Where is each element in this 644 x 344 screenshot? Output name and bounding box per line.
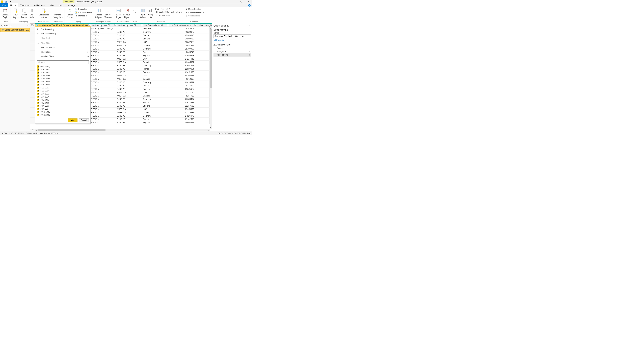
close-window-button[interactable]: ✕: [245, 0, 252, 3]
group-by-button[interactable]: Group By: [147, 8, 155, 18]
minimize-button[interactable]: —: [230, 0, 238, 3]
query-name-input[interactable]: [214, 35, 251, 38]
filter-value-item[interactable]: FEB 2004: [37, 89, 90, 92]
menu-sort-desc[interactable]: Z↓Sort Descending: [36, 32, 90, 36]
data-type-button[interactable]: Data Type: Text▾: [155, 8, 182, 10]
scroll-up-icon[interactable]: ▴: [210, 27, 212, 29]
filter-ok-button[interactable]: OK: [68, 119, 78, 122]
filter-value-item[interactable]: JUN 2003: [37, 104, 90, 107]
filter-dropdown-button[interactable]: ▼: [114, 24, 117, 26]
collapse-icon[interactable]: ◢: [214, 44, 215, 46]
properties-button[interactable]: 📄Properties: [75, 8, 92, 11]
query-list-item[interactable]: Sales and Distribution: O...: [0, 28, 30, 32]
filter-dropdown-button[interactable]: ▼: [194, 24, 197, 26]
filter-values-list[interactable]: (Select All)APR 2003APR 2004AUG 2003AUG …: [36, 65, 90, 117]
gear-icon[interactable]: ⚙: [248, 51, 250, 53]
filter-checkbox[interactable]: [37, 90, 40, 92]
filter-dropdown-button[interactable]: ▼: [141, 24, 144, 26]
filter-value-item[interactable]: JUL 2004: [37, 101, 90, 104]
filter-checkbox[interactable]: [37, 96, 40, 98]
remove-columns-button[interactable]: Remove Columns▾: [103, 8, 112, 20]
all-properties-link[interactable]: All Properties: [214, 38, 251, 43]
filter-checkbox[interactable]: [37, 69, 40, 71]
tab-home[interactable]: Home: [8, 3, 18, 8]
new-source-button[interactable]: New Source▾: [12, 8, 20, 20]
vertical-scrollbar[interactable]: ▴ ▾: [210, 27, 212, 129]
filter-search-input[interactable]: [37, 60, 89, 64]
column-header-cost[interactable]: 1.2 Cost stats currency ▼: [170, 23, 197, 27]
horizontal-scrollbar[interactable]: ◂ ▸: [35, 129, 210, 131]
keep-rows-button[interactable]: Keep Rows▾: [115, 8, 122, 20]
filter-cancel-button[interactable]: Cancel: [79, 119, 89, 122]
collapse-icon[interactable]: ◢: [214, 29, 215, 31]
maximize-button[interactable]: ▢: [238, 0, 245, 3]
hscroll-thumb[interactable]: [38, 129, 106, 131]
scroll-left-icon[interactable]: ◂: [35, 129, 38, 131]
data-source-settings-button[interactable]: Data source settings: [38, 8, 50, 18]
column-header-country-l1[interactable]: ABC Country.Level 01 ▼: [91, 23, 117, 27]
tab-transform[interactable]: Transform: [18, 3, 32, 8]
filter-checkbox[interactable]: [37, 72, 40, 74]
filter-checkbox[interactable]: [37, 81, 40, 83]
filter-dropdown-button[interactable]: ▼: [88, 24, 91, 26]
menu-text-filters[interactable]: Text Filters▶: [36, 50, 90, 54]
filter-value-item[interactable]: (Select All): [37, 65, 90, 68]
applied-step-item[interactable]: ✕Added Items⚙: [214, 53, 251, 57]
filter-value-item[interactable]: AUG 2003: [37, 74, 90, 77]
collapse-queries-icon[interactable]: <: [27, 24, 29, 27]
menu-member-filters[interactable]: Member Filters▶: [36, 54, 90, 59]
filter-value-item[interactable]: JUN 2004: [37, 107, 90, 110]
menu-sort-asc[interactable]: A↓Sort Ascending: [36, 27, 90, 32]
filter-checkbox[interactable]: [37, 108, 40, 110]
tab-help[interactable]: Help: [56, 3, 66, 8]
replace-values-button[interactable]: ↔Replace Values: [155, 14, 182, 17]
manage-query-button[interactable]: 🗂Manage▾: [75, 15, 92, 17]
filter-checkbox[interactable]: [37, 84, 40, 86]
filter-checkbox[interactable]: [37, 105, 40, 107]
filter-value-item[interactable]: JAN 2003: [37, 92, 90, 95]
delete-step-icon[interactable]: ✕: [214, 54, 217, 56]
first-row-headers-button[interactable]: ▦Use First Row as Headers▾: [155, 11, 182, 13]
table-corner[interactable]: ▾: [30, 23, 35, 27]
filter-value-item[interactable]: FEB 2003: [37, 86, 90, 89]
tab-add-column[interactable]: Add Column: [32, 3, 48, 8]
sort-desc-button[interactable]: ZA: [133, 12, 136, 15]
manage-parameters-button[interactable]: Manage Parameters▾: [52, 8, 64, 20]
filter-value-item[interactable]: MAR 1030: [37, 110, 90, 113]
help-icon[interactable]: ?: [248, 4, 250, 7]
filter-value-item[interactable]: AUG 2004: [37, 77, 90, 80]
scroll-right-icon[interactable]: ▸: [207, 129, 210, 131]
filter-checkbox[interactable]: [37, 75, 40, 77]
filter-value-item[interactable]: APR 2004: [37, 71, 90, 74]
choose-columns-button[interactable]: Choose Columns▾: [94, 8, 103, 20]
filter-checkbox[interactable]: [37, 102, 40, 104]
collapse-ribbon-icon[interactable]: ⌃: [246, 5, 247, 6]
filter-checkbox[interactable]: [37, 99, 40, 101]
tab-file[interactable]: File: [0, 3, 8, 8]
close-and-apply-button[interactable]: Close & Apply▾: [1, 8, 10, 20]
advanced-editor-button[interactable]: 📝Advanced Editor: [75, 11, 92, 14]
applied-step-item[interactable]: Source: [214, 47, 251, 50]
filter-checkbox[interactable]: [37, 66, 40, 68]
filter-checkbox[interactable]: [37, 114, 40, 116]
enter-data-button[interactable]: Enter Data: [28, 8, 36, 18]
tab-view[interactable]: View: [48, 3, 57, 8]
column-header-gross[interactable]: 1.2 Gross weight: [197, 23, 212, 27]
filter-checkbox[interactable]: [37, 87, 40, 89]
gear-icon[interactable]: ⚙: [248, 54, 250, 56]
filter-checkbox[interactable]: [37, 93, 40, 95]
merge-queries-button[interactable]: ⧉Merge Queries▾: [185, 8, 204, 11]
filter-checkbox[interactable]: [37, 78, 40, 80]
filter-dropdown-button[interactable]: ▼: [167, 24, 170, 26]
column-header-country-l2[interactable]: ABC Country.Level 02 ▼: [117, 23, 144, 27]
append-queries-button[interactable]: ≡Append Queries▾: [185, 11, 204, 14]
filter-value-item[interactable]: JAN 2004: [37, 95, 90, 98]
remove-rows-button[interactable]: Remove Rows▾: [122, 8, 131, 20]
filter-value-item[interactable]: JUL 2003: [37, 98, 90, 101]
column-header-country-l3[interactable]: ABC Country.Level 03 ▼: [144, 23, 170, 27]
qat-dropdown-icon[interactable]: ▼: [9, 0, 12, 3]
applied-step-item[interactable]: Navigation⚙: [214, 50, 251, 53]
close-settings-icon[interactable]: ✕: [249, 25, 251, 27]
filter-value-item[interactable]: APR 2003: [37, 68, 90, 71]
recent-sources-button[interactable]: Recent Sources▾: [20, 8, 28, 20]
